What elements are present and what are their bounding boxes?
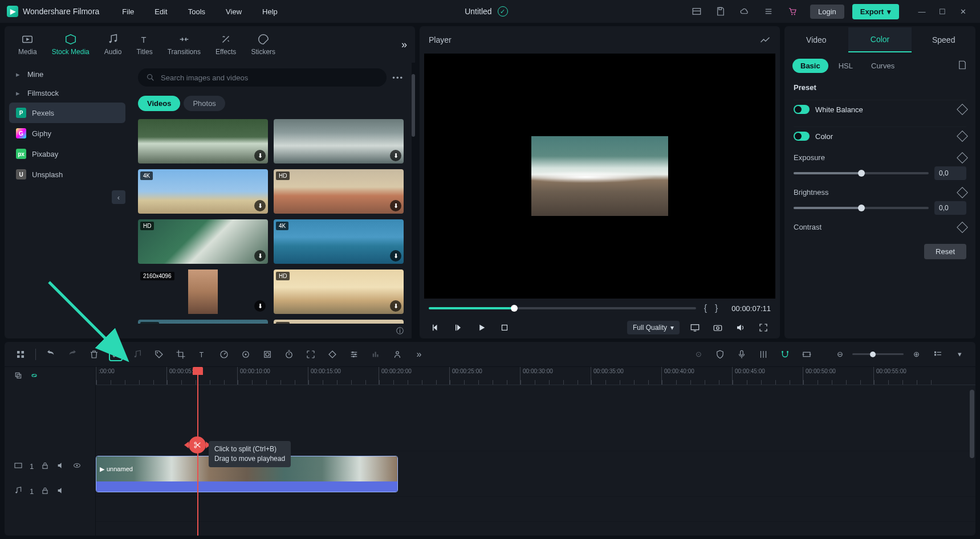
- mark-out-button[interactable]: }: [715, 303, 718, 313]
- menu-tools[interactable]: Tools: [180, 5, 213, 18]
- speed-icon[interactable]: [217, 348, 231, 361]
- menu-view[interactable]: View: [218, 5, 250, 18]
- ai-enhance-icon[interactable]: [391, 348, 404, 361]
- sidebar-collapse-button[interactable]: ‹: [112, 190, 125, 204]
- play-button[interactable]: [474, 320, 489, 335]
- layout-icon[interactable]: [687, 3, 706, 19]
- filter-videos[interactable]: Videos: [138, 96, 180, 111]
- asset-scrollbar[interactable]: [412, 63, 415, 338]
- reset-button[interactable]: Reset: [924, 244, 966, 259]
- keyframe-icon[interactable]: [957, 187, 968, 198]
- view-mode-icon[interactable]: [931, 348, 945, 361]
- color-toggle[interactable]: [794, 132, 810, 141]
- login-button[interactable]: Login: [810, 5, 844, 19]
- player-viewport[interactable]: [424, 54, 775, 299]
- snapshot-icon[interactable]: [759, 34, 771, 47]
- thumb-8[interactable]: HD⬇: [274, 270, 404, 314]
- cart-icon[interactable]: [783, 3, 802, 19]
- download-icon[interactable]: ⬇: [390, 250, 401, 262]
- document-title[interactable]: Untitled: [465, 7, 491, 16]
- more-tools-icon[interactable]: »: [412, 348, 426, 361]
- tab-stickers[interactable]: Stickers: [245, 30, 281, 59]
- white-balance-toggle[interactable]: [794, 105, 810, 114]
- split-cursor[interactable]: [189, 436, 206, 454]
- tab-titles[interactable]: T Titles: [131, 30, 158, 59]
- split-scissors-button[interactable]: [109, 348, 123, 361]
- brightness-slider[interactable]: [794, 207, 929, 209]
- view-mode-dropdown[interactable]: ▾: [953, 348, 966, 361]
- zoom-slider[interactable]: [852, 353, 904, 355]
- sidebar-item-unsplash[interactable]: UUnsplash: [9, 164, 125, 185]
- subtab-hsl[interactable]: HSL: [831, 59, 861, 73]
- step-back-button[interactable]: [452, 320, 466, 335]
- download-icon[interactable]: ⬇: [390, 300, 401, 312]
- fit-icon[interactable]: [800, 348, 814, 361]
- redo-icon[interactable]: [66, 348, 79, 361]
- thumb-5[interactable]: HD⬇: [138, 219, 268, 264]
- tab-effects[interactable]: Effects: [210, 30, 242, 59]
- mic-icon[interactable]: [735, 348, 749, 361]
- thumb-2[interactable]: ⬇: [274, 119, 404, 164]
- sidebar-item-mine[interactable]: ▸Mine: [9, 65, 125, 84]
- save-icon[interactable]: [711, 3, 730, 19]
- magnet-icon[interactable]: [778, 348, 792, 361]
- adjust-icon[interactable]: [347, 348, 361, 361]
- search-more-button[interactable]: •••: [392, 74, 404, 82]
- color-wheel-icon[interactable]: [239, 348, 253, 361]
- minimize-button[interactable]: —: [912, 3, 932, 19]
- filter-photos[interactable]: Photos: [184, 96, 225, 111]
- undo-icon[interactable]: [44, 348, 58, 361]
- tab-color[interactable]: Color: [848, 27, 912, 52]
- lock-icon[interactable]: [40, 486, 50, 497]
- zoom-in-icon[interactable]: ⊕: [909, 348, 923, 361]
- cloud-icon[interactable]: [735, 3, 754, 19]
- menu-file[interactable]: File: [114, 5, 142, 18]
- thumb-9[interactable]: 720P: [138, 320, 268, 324]
- timeline-scrollbar[interactable]: [970, 390, 974, 530]
- export-button[interactable]: Export▾: [852, 4, 899, 19]
- fullscreen-icon[interactable]: [756, 320, 771, 335]
- tab-stock-media[interactable]: Stock Media: [46, 30, 95, 59]
- subtab-curves[interactable]: Curves: [863, 59, 902, 73]
- sidebar-item-filmstock[interactable]: ▸Filmstock: [9, 84, 125, 103]
- text-tool-icon[interactable]: T: [196, 348, 209, 361]
- keyframe-icon[interactable]: [957, 222, 968, 233]
- exposure-value-input[interactable]: [934, 166, 966, 180]
- thumb-1[interactable]: ⬇: [138, 119, 268, 164]
- quality-select[interactable]: Full Quality▾: [627, 321, 680, 334]
- tab-audio[interactable]: Audio: [99, 30, 128, 59]
- exposure-slider[interactable]: [794, 172, 929, 174]
- keyframe-tool-icon[interactable]: [326, 348, 339, 361]
- menu-help[interactable]: Help: [254, 5, 286, 18]
- lock-icon[interactable]: [40, 461, 50, 472]
- close-button[interactable]: ✕: [953, 3, 973, 19]
- thumb-4[interactable]: HD⬇: [274, 169, 404, 214]
- download-icon[interactable]: ⬇: [390, 150, 401, 161]
- expand-icon[interactable]: [304, 348, 318, 361]
- thumb-6[interactable]: 4K⬇: [274, 219, 404, 264]
- mark-in-button[interactable]: {: [704, 303, 707, 313]
- thumb-10[interactable]: HD: [274, 320, 404, 324]
- sidebar-item-giphy[interactable]: GGiphy: [9, 123, 125, 144]
- duplicate-icon[interactable]: [14, 371, 23, 382]
- expand-tabs-button[interactable]: »: [401, 39, 407, 51]
- download-icon[interactable]: ⬇: [254, 300, 266, 312]
- save-preset-icon[interactable]: [957, 60, 967, 72]
- eq-icon[interactable]: [369, 348, 383, 361]
- mute-icon[interactable]: [56, 461, 66, 472]
- crop-icon[interactable]: [174, 348, 188, 361]
- mute-icon[interactable]: [56, 486, 66, 497]
- marker-dot-icon[interactable]: ⊙: [692, 348, 705, 361]
- sidebar-item-pixabay[interactable]: pxPixabay: [9, 144, 125, 164]
- delete-icon[interactable]: [87, 348, 101, 361]
- thumb-3[interactable]: 4K⬇: [138, 169, 268, 214]
- mask-icon[interactable]: [261, 348, 274, 361]
- link-icon[interactable]: [30, 371, 39, 382]
- camera-icon[interactable]: [710, 320, 725, 335]
- prev-frame-button[interactable]: [429, 320, 444, 335]
- tab-video[interactable]: Video: [784, 28, 848, 52]
- keyframe-icon[interactable]: [957, 104, 968, 115]
- download-icon[interactable]: ⬇: [254, 250, 266, 262]
- timeline-ruler[interactable]: :00:00 00:00:05:00 00:00:10:00 00:00:15:…: [96, 367, 975, 385]
- music-note-icon[interactable]: [131, 348, 144, 361]
